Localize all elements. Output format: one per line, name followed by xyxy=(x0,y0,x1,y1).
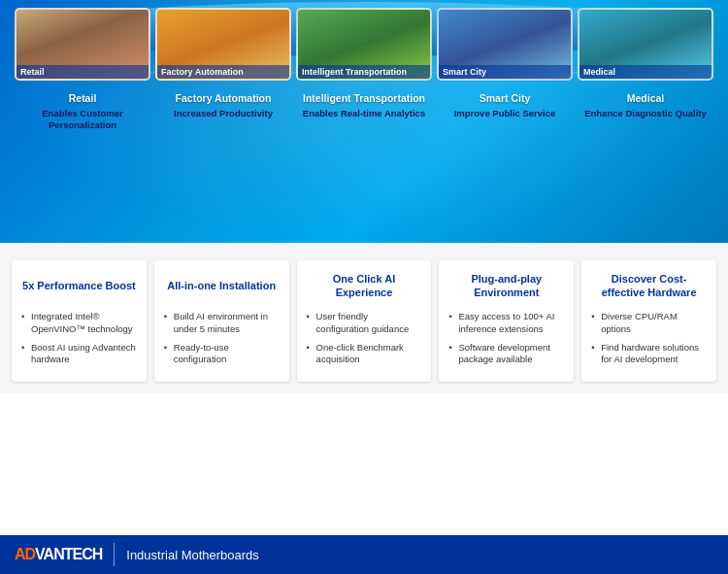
list-item: User friendly configuration guidance xyxy=(307,311,422,336)
feature-title-installation: All-in-one Installation xyxy=(164,270,280,301)
benefit-medical: Enhance Diagnostic Quality xyxy=(578,108,713,119)
feature-title-plugplay: Plug-and-play Environment xyxy=(448,270,564,301)
page-container: Retail Factory Automation Intelligent Tr… xyxy=(0,0,728,393)
list-item: Software development package available xyxy=(448,342,564,367)
footer-tagline: Industrial Motherboards xyxy=(126,548,259,562)
benefit-retail: Enables Customer Personalization xyxy=(15,108,150,131)
feature-title-performance: 5x Performance Boost xyxy=(21,270,137,301)
feature-card-hardware: Discover Cost-effective Hardware Diverse… xyxy=(581,260,716,382)
feature-card-oneclick: One Click AI Experience User friendly co… xyxy=(297,260,432,382)
transport-label: Intelligent Transportation xyxy=(298,65,430,79)
list-item: Build AI environment in under 5 minutes xyxy=(164,311,280,336)
list-item: One-click Benchmark acquisition xyxy=(307,342,422,367)
photo-city: Smart City xyxy=(437,8,573,81)
sector-retail: Retail xyxy=(15,92,150,105)
feature-card-installation: All-in-one Installation Build AI environ… xyxy=(154,260,289,382)
feature-items-installation: Build AI environment in under 5 minutes … xyxy=(164,311,280,366)
top-banner: Retail Factory Automation Intelligent Tr… xyxy=(0,0,728,243)
footer-logo: ADVANTECH xyxy=(15,546,102,563)
logo-vantech: VANTECH xyxy=(35,546,102,562)
feature-items-hardware: Diverse CPU/RAM options Find hardware so… xyxy=(591,311,707,366)
photo-transport: Intelligent Transportation xyxy=(296,8,432,81)
footer-divider xyxy=(114,543,115,566)
sector-factory: Factory Automation xyxy=(155,92,291,105)
feature-items-oneclick: User friendly configuration guidance One… xyxy=(307,311,422,366)
medical-label: Medical xyxy=(579,65,711,79)
list-item: Find hardware solutions for AI developme… xyxy=(591,342,707,367)
retail-label: Retail xyxy=(17,65,149,79)
city-label: Smart City xyxy=(439,65,571,79)
photo-factory: Factory Automation xyxy=(155,8,291,81)
industry-col-city: Smart City Improve Public Service xyxy=(437,92,573,131)
list-item: Integrated Intel® OpenVINO™ technology xyxy=(21,311,137,336)
feature-items-plugplay: Easy access to 100+ AI inference extensi… xyxy=(448,311,564,366)
photo-retail: Retail xyxy=(15,8,150,81)
feature-card-performance: 5x Performance Boost Integrated Intel® O… xyxy=(12,260,147,382)
benefit-city: Improve Public Service xyxy=(437,108,573,119)
features-section: 5x Performance Boost Integrated Intel® O… xyxy=(0,243,728,393)
industry-col-medical: Medical Enhance Diagnostic Quality xyxy=(578,92,713,131)
industry-col-transport: Intelligent Transportation Enables Real-… xyxy=(296,92,432,131)
sector-medical: Medical xyxy=(578,92,713,105)
industry-col-factory: Factory Automation Increased Productivit… xyxy=(155,92,291,131)
benefit-transport: Enables Real-time Analytics xyxy=(296,108,432,119)
list-item: Boost AI using Advantech hardware xyxy=(21,342,137,367)
feature-title-hardware: Discover Cost-effective Hardware xyxy=(591,270,707,301)
industry-photos-row: Retail Factory Automation Intelligent Tr… xyxy=(15,8,713,81)
feature-items-performance: Integrated Intel® OpenVINO™ technology B… xyxy=(21,311,137,366)
factory-label: Factory Automation xyxy=(157,65,289,79)
list-item: Diverse CPU/RAM options xyxy=(591,311,707,336)
benefit-factory: Increased Productivity xyxy=(155,108,291,119)
industry-col-retail: Retail Enables Customer Personalization xyxy=(15,92,150,131)
sector-transport: Intelligent Transportation xyxy=(296,92,432,105)
sector-city: Smart City xyxy=(437,92,573,105)
list-item: Easy access to 100+ AI inference extensi… xyxy=(448,311,564,336)
list-item: Ready-to-use configuration xyxy=(164,342,280,367)
feature-title-oneclick: One Click AI Experience xyxy=(307,270,422,301)
logo-ad: AD xyxy=(15,546,35,562)
photo-medical: Medical xyxy=(578,8,713,81)
footer: ADVANTECH Industrial Motherboards xyxy=(0,535,728,574)
industry-labels-area: Retail Enables Customer Personalization … xyxy=(0,92,728,131)
feature-card-plugplay: Plug-and-play Environment Easy access to… xyxy=(439,260,574,382)
